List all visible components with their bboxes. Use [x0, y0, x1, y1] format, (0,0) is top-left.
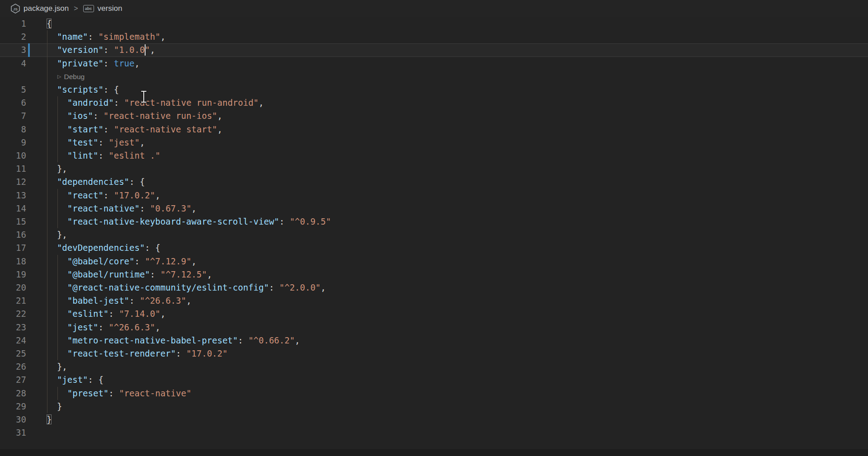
code-line[interactable]: 10 "lint": "eslint .": [0, 149, 868, 162]
code-line[interactable]: 15 "react-native-keyboard-aware-scroll-v…: [0, 215, 868, 228]
line-number[interactable]: 19: [0, 268, 26, 281]
line-number[interactable]: 13: [0, 189, 26, 202]
line-number[interactable]: 23: [0, 321, 26, 334]
code-line[interactable]: 31: [0, 426, 868, 439]
line-number[interactable]: 21: [0, 294, 26, 307]
line-number[interactable]: 5: [0, 83, 26, 96]
line-number[interactable]: 2: [0, 30, 26, 43]
code-line[interactable]: 7 "ios": "react-native run-ios",: [0, 109, 868, 122]
code-line[interactable]: 25 "react-test-renderer": "17.0.2": [0, 347, 868, 360]
code-line-text[interactable]: "@react-native-community/eslint-config":…: [47, 281, 326, 294]
code-line-text[interactable]: "react-native": "0.67.3",: [47, 202, 197, 215]
code-line-text[interactable]: },: [47, 228, 67, 241]
line-number[interactable]: 1: [0, 17, 26, 30]
line-number[interactable]: 30: [0, 413, 26, 426]
code-line[interactable]: 26 },: [0, 360, 868, 373]
code-line[interactable]: 22 "eslint": "7.14.0",: [0, 307, 868, 320]
line-number[interactable]: 18: [0, 255, 26, 268]
code-line[interactable]: 3 "version": "1.0.0",: [0, 43, 868, 56]
code-line-text[interactable]: "metro-react-native-babel-preset": "^0.6…: [47, 334, 300, 347]
line-number[interactable]: 25: [0, 347, 26, 360]
breadcrumb-file[interactable]: JS package.json: [11, 4, 69, 14]
code-line-text[interactable]: "preset": "react-native": [47, 387, 191, 400]
code-line[interactable]: 2 "name": "simplemath",: [0, 30, 868, 43]
line-number[interactable]: 15: [0, 215, 26, 228]
line-number[interactable]: 20: [0, 281, 26, 294]
code-line[interactable]: 5 "scripts": {: [0, 83, 868, 96]
code-line-text[interactable]: "react-test-renderer": "17.0.2": [47, 347, 227, 360]
code-line-text[interactable]: "eslint": "7.14.0",: [47, 307, 165, 320]
line-number[interactable]: 29: [0, 400, 26, 413]
code-line[interactable]: 27 "jest": {: [0, 373, 868, 386]
code-line[interactable]: 20 "@react-native-community/eslint-confi…: [0, 281, 868, 294]
debug-code-lens[interactable]: ▷Debug: [57, 70, 85, 83]
code-line-text[interactable]: "@babel/runtime": "^7.12.5",: [47, 268, 212, 281]
code-line-text[interactable]: "react-native-keyboard-aware-scroll-view…: [47, 215, 331, 228]
code-line[interactable]: 6 "android": "react-native run-android",: [0, 96, 868, 109]
code-line[interactable]: 28 "preset": "react-native": [0, 387, 868, 400]
line-number[interactable]: 26: [0, 360, 26, 373]
code-line-text[interactable]: "jest": {: [47, 373, 104, 386]
token-pn: :: [98, 322, 108, 332]
line-number[interactable]: 6: [0, 96, 26, 109]
code-line[interactable]: 21 "babel-jest": "^26.6.3",: [0, 294, 868, 307]
line-number[interactable]: 11: [0, 162, 26, 175]
code-line[interactable]: 4 "private": true,: [0, 57, 868, 70]
code-line[interactable]: 24 "metro-react-native-babel-preset": "^…: [0, 334, 868, 347]
line-number[interactable]: 12: [0, 175, 26, 188]
line-number[interactable]: 17: [0, 241, 26, 254]
code-line[interactable]: 18 "@babel/core": "^7.12.9",: [0, 255, 868, 268]
code-line[interactable]: 30}: [0, 413, 868, 426]
line-number[interactable]: 24: [0, 334, 26, 347]
code-line[interactable]: 12 "dependencies": {: [0, 175, 868, 188]
code-line[interactable]: 17 "devDependencies": {: [0, 241, 868, 254]
code-line-text[interactable]: "devDependencies": {: [47, 241, 160, 254]
code-line-text[interactable]: "private": true,: [47, 57, 140, 70]
code-line[interactable]: 9 "test": "jest",: [0, 136, 868, 149]
code-line-text[interactable]: "android": "react-native run-android",: [47, 96, 264, 109]
code-editor[interactable]: 1{2 "name": "simplemath",3 "version": "1…: [0, 17, 868, 456]
breadcrumb-symbol[interactable]: abc version: [83, 4, 123, 13]
line-number[interactable]: 22: [0, 307, 26, 320]
code-line[interactable]: 1{: [0, 17, 868, 30]
code-line-text[interactable]: "@babel/core": "^7.12.9",: [47, 255, 197, 268]
code-line-text[interactable]: "version": "1.0.0",: [47, 43, 155, 56]
code-line-text[interactable]: {: [47, 17, 52, 30]
token-pn: [47, 111, 67, 121]
code-line[interactable]: 23 "jest": "^26.6.3",: [0, 321, 868, 334]
line-number[interactable]: 4: [0, 57, 26, 70]
code-line-text[interactable]: "test": "jest",: [47, 136, 145, 149]
line-number[interactable]: 31: [0, 426, 26, 439]
code-line-text[interactable]: "name": "simplemath",: [47, 30, 165, 43]
code-line-text[interactable]: "dependencies": {: [47, 175, 145, 188]
line-number[interactable]: 14: [0, 202, 26, 215]
code-line[interactable]: 13 "react": "17.0.2",: [0, 189, 868, 202]
line-number[interactable]: 16: [0, 228, 26, 241]
code-lens-row[interactable]: ▷Debug: [0, 70, 868, 83]
code-line[interactable]: 8 "start": "react-native start",: [0, 123, 868, 136]
code-line-text[interactable]: },: [47, 360, 67, 373]
code-line-text[interactable]: "jest": "^26.6.3",: [47, 321, 160, 334]
code-line-text[interactable]: "babel-jest": "^26.6.3",: [47, 294, 191, 307]
code-line[interactable]: 29 }: [0, 400, 868, 413]
code-line[interactable]: 14 "react-native": "0.67.3",: [0, 202, 868, 215]
code-line-text[interactable]: "scripts": {: [47, 83, 119, 96]
line-number[interactable]: 9: [0, 136, 26, 149]
line-number[interactable]: 3: [0, 43, 26, 56]
code-line-text[interactable]: "lint": "eslint .": [47, 149, 160, 162]
line-number[interactable]: 7: [0, 109, 26, 122]
line-number[interactable]: 28: [0, 387, 26, 400]
code-line-text[interactable]: "react": "17.0.2",: [47, 189, 160, 202]
line-number[interactable]: 27: [0, 373, 26, 386]
code-line[interactable]: 11 },: [0, 162, 868, 175]
line-number[interactable]: 10: [0, 149, 26, 162]
line-number[interactable]: 8: [0, 123, 26, 136]
code-line[interactable]: 16 },: [0, 228, 868, 241]
run-triangle-icon: ▷: [57, 70, 61, 83]
code-line-text[interactable]: }: [47, 400, 62, 413]
code-line-text[interactable]: "ios": "react-native run-ios",: [47, 109, 222, 122]
code-line-text[interactable]: "start": "react-native start",: [47, 123, 222, 136]
code-line-text[interactable]: },: [47, 162, 67, 175]
code-line[interactable]: 19 "@babel/runtime": "^7.12.5",: [0, 268, 868, 281]
code-line-text[interactable]: }: [47, 413, 52, 426]
